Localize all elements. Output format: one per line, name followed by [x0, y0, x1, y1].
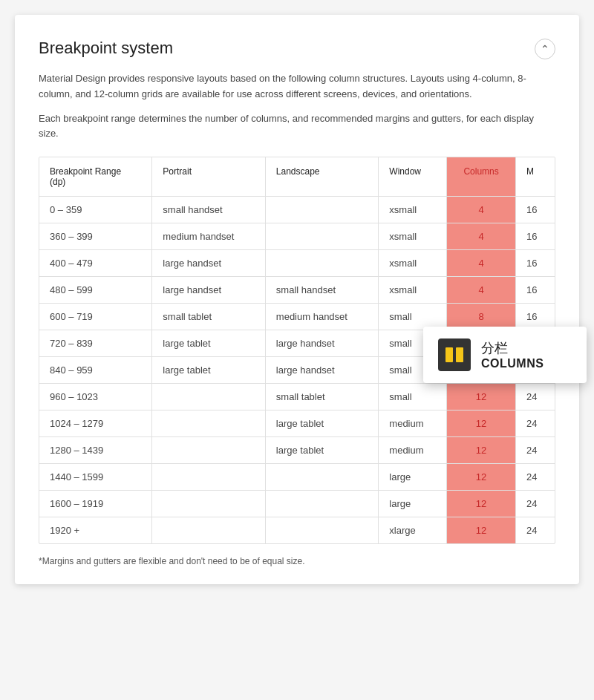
collapse-button[interactable]: ⌃: [535, 39, 555, 59]
cell-columns: 12: [447, 464, 516, 491]
card-title: Breakpoint system: [39, 39, 173, 58]
cell-landscape: large handset: [265, 357, 379, 384]
cell-window: xsmall: [379, 277, 447, 304]
cell-window: large: [379, 491, 447, 517]
cell-columns: 4: [447, 197, 516, 223]
cell-landscape: small tablet: [265, 384, 379, 410]
cell-margins: 16: [516, 277, 555, 304]
breakpoint-card: Breakpoint system ⌃ Material Design prov…: [15, 15, 579, 584]
cell-portrait: large handset: [152, 250, 266, 277]
card-header: Breakpoint system ⌃: [39, 39, 555, 59]
table-row: 960 – 1023small tabletsmall1224: [39, 384, 555, 410]
cell-landscape: medium handset: [265, 304, 379, 330]
header-range: Breakpoint Range(dp): [39, 157, 152, 197]
cell-window: xsmall: [379, 197, 447, 223]
cell-portrait: large tablet: [152, 330, 266, 357]
cell-window: xlarge: [379, 517, 447, 544]
cell-range: 1024 – 1279: [39, 410, 152, 437]
cell-columns: 12: [447, 517, 516, 544]
cell-portrait: medium handset: [152, 223, 266, 250]
cell-columns: 4: [447, 223, 516, 250]
cell-range: 1280 – 1439: [39, 437, 152, 464]
cell-columns: 12: [447, 410, 516, 437]
cell-range: 1600 – 1919: [39, 491, 152, 517]
page-wrapper: Breakpoint system ⌃ Material Design prov…: [15, 15, 579, 584]
cell-range: 840 – 959: [39, 357, 152, 384]
cell-landscape: [265, 250, 379, 277]
table-row: 0 – 359small handsetxsmall416: [39, 197, 555, 223]
cell-landscape: [265, 491, 379, 517]
tooltip-en-label: COLUMNS: [481, 357, 544, 370]
cell-range: 480 – 599: [39, 277, 152, 304]
cell-margins: 24: [516, 517, 555, 544]
table-row: 400 – 479large handsetxsmall416: [39, 250, 555, 277]
table-row: 480 – 599large handsetsmall handsetxsmal…: [39, 277, 555, 304]
columns-icon: [444, 344, 465, 365]
cell-columns: 4: [447, 250, 516, 277]
cell-range: 360 – 399: [39, 223, 152, 250]
cell-landscape: [265, 464, 379, 491]
cell-columns: 4: [447, 277, 516, 304]
cell-window: large: [379, 464, 447, 491]
cell-portrait: [152, 464, 266, 491]
header-landscape: Landscape: [265, 157, 379, 197]
cell-window: small: [379, 384, 447, 410]
cell-landscape: [265, 223, 379, 250]
cell-window: xsmall: [379, 223, 447, 250]
cell-portrait: small handset: [152, 197, 266, 223]
cell-margins: 16: [516, 250, 555, 277]
footnote: *Margins and gutters are flexible and do…: [39, 556, 555, 566]
table-row: 1600 – 1919large1224: [39, 491, 555, 517]
cell-range: 720 – 839: [39, 330, 152, 357]
cell-portrait: [152, 517, 266, 544]
cell-range: 600 – 719: [39, 304, 152, 330]
header-portrait: Portrait: [152, 157, 266, 197]
cell-portrait: large handset: [152, 277, 266, 304]
tooltip-icon: [438, 338, 471, 371]
cell-landscape: large tablet: [265, 437, 379, 464]
cell-portrait: small tablet: [152, 304, 266, 330]
cell-range: 400 – 479: [39, 250, 152, 277]
header-window: Window: [379, 157, 447, 197]
cell-margins: 24: [516, 464, 555, 491]
cell-margins: 24: [516, 437, 555, 464]
cell-margins: 16: [516, 223, 555, 250]
cell-range: 1920 +: [39, 517, 152, 544]
cell-portrait: [152, 491, 266, 517]
cell-landscape: large tablet: [265, 410, 379, 437]
cell-portrait: [152, 384, 266, 410]
tooltip-text: 分栏 COLUMNS: [481, 339, 544, 370]
cell-margins: 16: [516, 197, 555, 223]
cell-landscape: [265, 197, 379, 223]
cell-portrait: [152, 437, 266, 464]
cell-columns: 12: [447, 437, 516, 464]
cell-range: 1440 – 1599: [39, 464, 152, 491]
cell-landscape: large handset: [265, 330, 379, 357]
header-margins: M: [516, 157, 555, 197]
cell-margins: 24: [516, 491, 555, 517]
tooltip-zh-label: 分栏: [481, 339, 544, 357]
table-row: 360 – 399medium handsetxsmall416: [39, 223, 555, 250]
cell-window: xsmall: [379, 250, 447, 277]
cell-columns: 12: [447, 384, 516, 410]
cell-margins: 24: [516, 384, 555, 410]
table-row: 1440 – 1599large1224: [39, 464, 555, 491]
cell-landscape: [265, 517, 379, 544]
table-row: 1024 – 1279large tabletmedium1224: [39, 410, 555, 437]
cell-columns: 12: [447, 491, 516, 517]
cell-window: medium: [379, 437, 447, 464]
cell-range: 960 – 1023: [39, 384, 152, 410]
table-header-row: Breakpoint Range(dp) Portrait Landscape …: [39, 157, 555, 197]
chevron-up-icon: ⌃: [541, 43, 549, 55]
cell-portrait: [152, 410, 266, 437]
description-1: Material Design provides responsive layo…: [39, 71, 555, 102]
svg-rect-0: [446, 347, 453, 362]
cell-portrait: large tablet: [152, 357, 266, 384]
cell-landscape: small handset: [265, 277, 379, 304]
cell-range: 0 – 359: [39, 197, 152, 223]
table-row: 1920 +xlarge1224: [39, 517, 555, 544]
cell-window: medium: [379, 410, 447, 437]
header-columns: Columns: [447, 157, 516, 197]
svg-rect-1: [456, 347, 463, 362]
columns-tooltip: 分栏 COLUMNS: [423, 327, 587, 383]
